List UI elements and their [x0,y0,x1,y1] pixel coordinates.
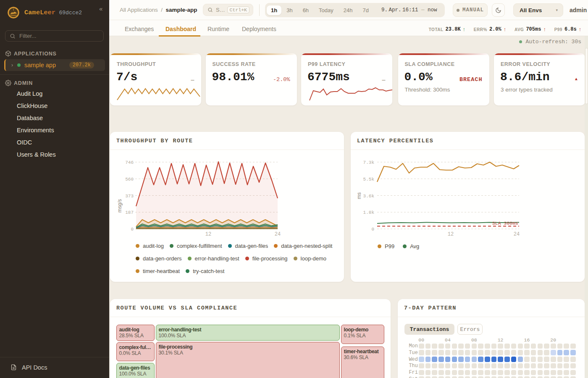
svg-text:1.8k: 1.8k [363,210,375,215]
svg-text:24: 24 [514,231,520,237]
svg-text:5.5k: 5.5k [363,177,375,182]
svg-text:12: 12 [205,231,211,237]
svg-text:3.6k: 3.6k [363,194,375,199]
svg-text:24: 24 [275,231,281,237]
svg-text:msg/s: msg/s [117,199,123,213]
svg-text:560: 560 [125,177,134,182]
svg-text:ms: ms [356,192,362,199]
svg-text:0: 0 [131,227,134,232]
svg-text:746: 746 [125,160,134,165]
svg-text:187: 187 [125,210,134,215]
svg-text:12: 12 [448,231,454,237]
svg-text:SLA 300ms: SLA 300ms [492,220,518,226]
svg-text:373: 373 [125,194,134,199]
svg-text:0: 0 [371,227,374,232]
svg-text:7.3k: 7.3k [363,160,375,165]
